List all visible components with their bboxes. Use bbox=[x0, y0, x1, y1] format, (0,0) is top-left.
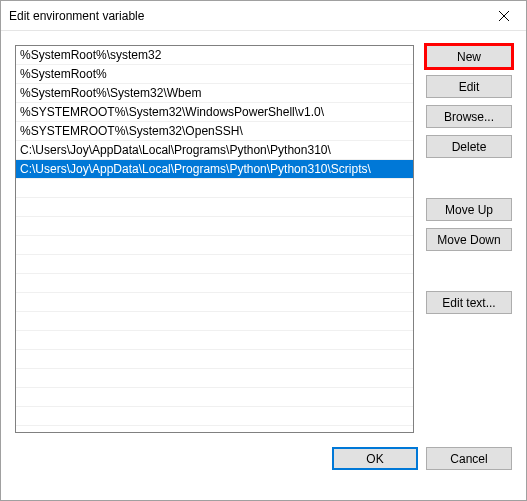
list-empty-row bbox=[16, 179, 413, 198]
list-item[interactable]: C:\Users\Joy\AppData\Local\Programs\Pyth… bbox=[16, 141, 413, 160]
spacer bbox=[426, 165, 512, 191]
footer: OK Cancel bbox=[1, 433, 526, 484]
list-empty-row bbox=[16, 331, 413, 350]
list-empty-row bbox=[16, 388, 413, 407]
button-column: New Edit Browse... Delete Move Up Move D… bbox=[426, 45, 512, 433]
list-empty-row bbox=[16, 350, 413, 369]
list-empty-row bbox=[16, 255, 413, 274]
list-item[interactable]: %SystemRoot% bbox=[16, 65, 413, 84]
edit-button[interactable]: Edit bbox=[426, 75, 512, 98]
titlebar: Edit environment variable bbox=[1, 1, 526, 31]
browse-button[interactable]: Browse... bbox=[426, 105, 512, 128]
move-down-button[interactable]: Move Down bbox=[426, 228, 512, 251]
delete-button[interactable]: Delete bbox=[426, 135, 512, 158]
list-empty-row bbox=[16, 198, 413, 217]
list-item[interactable]: %SYSTEMROOT%\System32\WindowsPowerShell\… bbox=[16, 103, 413, 122]
content-area: %SystemRoot%\system32%SystemRoot%%System… bbox=[1, 31, 526, 433]
list-empty-row bbox=[16, 274, 413, 293]
new-button[interactable]: New bbox=[426, 45, 512, 68]
move-up-button[interactable]: Move Up bbox=[426, 198, 512, 221]
spacer bbox=[426, 258, 512, 284]
list-empty-row bbox=[16, 293, 413, 312]
list-empty-row bbox=[16, 407, 413, 426]
list-empty-row bbox=[16, 312, 413, 331]
list-empty-row bbox=[16, 369, 413, 388]
close-button[interactable] bbox=[481, 1, 526, 30]
close-icon bbox=[499, 11, 509, 21]
list-item[interactable]: %SYSTEMROOT%\System32\OpenSSH\ bbox=[16, 122, 413, 141]
ok-button[interactable]: OK bbox=[332, 447, 418, 470]
list-item[interactable]: %SystemRoot%\system32 bbox=[16, 46, 413, 65]
window-title: Edit environment variable bbox=[9, 9, 144, 23]
list-empty-row bbox=[16, 236, 413, 255]
edit-text-button[interactable]: Edit text... bbox=[426, 291, 512, 314]
list-empty-row bbox=[16, 217, 413, 236]
list-item[interactable]: %SystemRoot%\System32\Wbem bbox=[16, 84, 413, 103]
cancel-button[interactable]: Cancel bbox=[426, 447, 512, 470]
path-listbox[interactable]: %SystemRoot%\system32%SystemRoot%%System… bbox=[15, 45, 414, 433]
list-item[interactable]: C:\Users\Joy\AppData\Local\Programs\Pyth… bbox=[16, 160, 413, 179]
